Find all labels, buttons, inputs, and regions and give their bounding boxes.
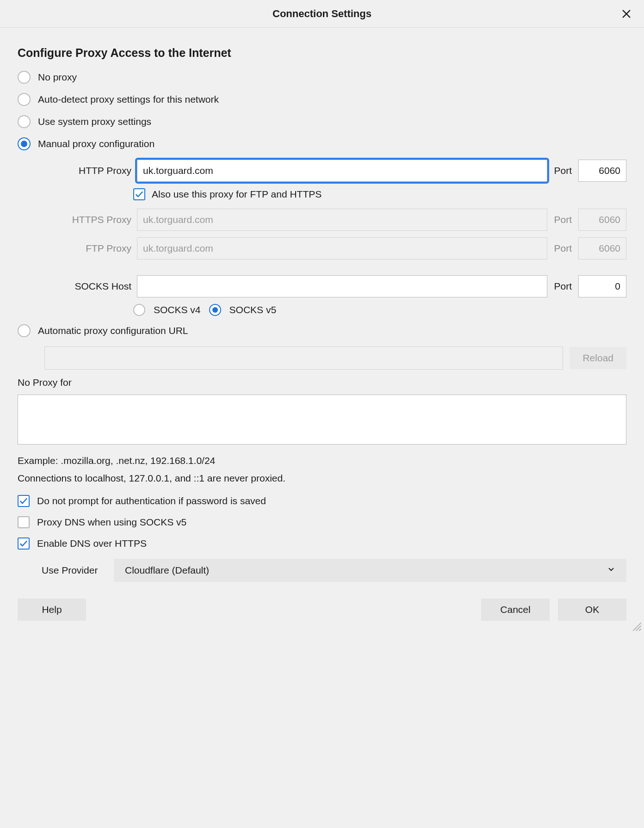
socks-v5-radio[interactable]: [209, 304, 221, 316]
dialog-title: Connection Settings: [272, 8, 372, 20]
no-proxy-example: Example: .mozilla.org, .net.nz, 192.168.…: [18, 455, 626, 466]
radio-label: Manual proxy configuration: [38, 138, 155, 149]
http-port-label: Port: [551, 165, 575, 176]
socks-v5-label: SOCKS v5: [229, 304, 277, 315]
radio-icon: [18, 93, 31, 106]
svg-line-2: [639, 629, 641, 630]
https-proxy-input: [137, 209, 547, 231]
http-proxy-row: HTTP Proxy Port: [18, 160, 626, 182]
resize-grip-icon[interactable]: [631, 621, 643, 633]
doh-provider-select[interactable]: Cloudflare (Default): [114, 559, 626, 582]
also-use-checkbox: [133, 188, 145, 200]
autoconf-row: Reload: [18, 346, 626, 370]
socks-host-row: SOCKS Host Port: [18, 275, 626, 297]
titlebar: Connection Settings: [0, 0, 644, 28]
close-icon: [621, 9, 632, 21]
also-use-label: Also use this proxy for FTP and HTTPS: [152, 189, 322, 200]
socks-v4-label: SOCKS v4: [154, 304, 201, 315]
connection-settings-dialog: Connection Settings Configure Proxy Acce…: [0, 0, 644, 634]
radio-auto-detect[interactable]: Auto-detect proxy settings for this netw…: [18, 93, 626, 106]
no-prompt-auth-row[interactable]: Do not prompt for authentication if pass…: [18, 495, 626, 507]
no-prompt-auth-checkbox: [18, 495, 30, 507]
manual-proxy-block: HTTP Proxy Port Also use this proxy for …: [18, 160, 626, 316]
socks-port-input[interactable]: [578, 275, 626, 297]
doh-provider-row: Use Provider Cloudflare (Default): [18, 559, 626, 582]
radio-icon: [18, 71, 31, 84]
radio-no-proxy[interactable]: No proxy: [18, 71, 626, 84]
close-button[interactable]: [620, 8, 633, 21]
radio-label: Automatic proxy configuration URL: [38, 325, 188, 336]
ftp-proxy-row: FTP Proxy Port: [18, 237, 626, 260]
ftp-port-label: Port: [551, 243, 575, 254]
radio-icon: [18, 115, 31, 128]
dialog-footer: Help Cancel OK: [0, 599, 644, 634]
chevron-down-icon: [607, 565, 615, 576]
socks-version-row: SOCKS v4 SOCKS v5: [133, 304, 626, 316]
proxy-dns-socks5-row[interactable]: Proxy DNS when using SOCKS v5: [18, 516, 626, 528]
https-port-input: [578, 209, 626, 231]
no-proxy-for-block: No Proxy for Example: .mozilla.org, .net…: [18, 377, 626, 484]
socks-host-input[interactable]: [137, 275, 547, 297]
http-port-input[interactable]: [578, 160, 626, 182]
radio-autoconf-url[interactable]: Automatic proxy configuration URL: [18, 324, 626, 337]
enable-doh-checkbox: [18, 538, 30, 550]
no-prompt-auth-label: Do not prompt for authentication if pass…: [37, 495, 266, 507]
autoconf-url-input: [44, 346, 563, 370]
enable-doh-row[interactable]: Enable DNS over HTTPS: [18, 538, 626, 550]
https-port-label: Port: [551, 214, 575, 225]
options-checklist: Do not prompt for authentication if pass…: [18, 495, 626, 582]
radio-label: Use system proxy settings: [38, 116, 151, 127]
enable-doh-label: Enable DNS over HTTPS: [37, 538, 147, 549]
ok-button[interactable]: OK: [558, 599, 626, 621]
also-use-row[interactable]: Also use this proxy for FTP and HTTPS: [133, 188, 626, 200]
http-proxy-label: HTTP Proxy: [18, 165, 133, 176]
reload-button: Reload: [570, 347, 626, 369]
https-proxy-label: HTTPS Proxy: [18, 214, 133, 225]
socks-v4-radio[interactable]: [133, 304, 145, 316]
proxy-dns-socks5-label: Proxy DNS when using SOCKS v5: [37, 517, 186, 528]
http-proxy-input[interactable]: [137, 160, 547, 182]
section-heading: Configure Proxy Access to the Internet: [18, 46, 626, 60]
radio-icon: [18, 137, 31, 150]
radio-manual-proxy[interactable]: Manual proxy configuration: [18, 137, 626, 150]
cancel-button[interactable]: Cancel: [481, 599, 550, 621]
radio-label: No proxy: [38, 72, 77, 83]
help-button[interactable]: Help: [18, 599, 86, 621]
proxy-dns-socks5-checkbox: [18, 516, 30, 528]
ftp-proxy-label: FTP Proxy: [18, 243, 133, 254]
ftp-proxy-input: [137, 237, 547, 260]
no-proxy-for-label: No Proxy for: [18, 377, 626, 388]
radio-label: Auto-detect proxy settings for this netw…: [38, 94, 219, 105]
radio-system-proxy[interactable]: Use system proxy settings: [18, 115, 626, 128]
radio-icon: [18, 324, 31, 337]
no-proxy-for-textarea[interactable]: [18, 395, 626, 445]
https-proxy-row: HTTPS Proxy Port: [18, 209, 626, 231]
ftp-port-input: [578, 237, 626, 260]
dialog-content: Configure Proxy Access to the Internet N…: [0, 28, 644, 599]
socks-host-label: SOCKS Host: [18, 281, 133, 292]
doh-provider-value: Cloudflare (Default): [125, 565, 209, 576]
no-proxy-note: Connections to localhost, 127.0.0.1, and…: [18, 473, 626, 484]
socks-port-label: Port: [551, 281, 575, 292]
doh-provider-label: Use Provider: [42, 565, 105, 576]
